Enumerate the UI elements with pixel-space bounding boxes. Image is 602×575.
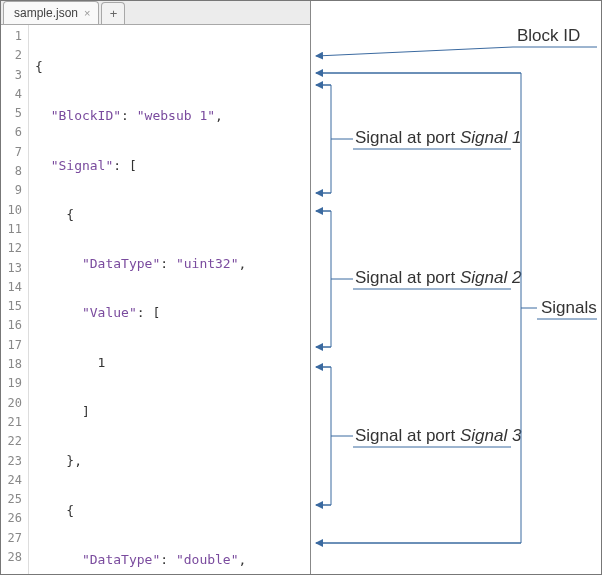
- code-line: },: [29, 451, 310, 470]
- tab-sample-json[interactable]: sample.json ×: [3, 1, 99, 24]
- code-area: 1234567891011121314151617181920212223242…: [1, 25, 310, 574]
- line-number: 19: [1, 374, 28, 393]
- line-number: 15: [1, 297, 28, 316]
- bracket-signal3: [316, 367, 331, 505]
- line-number: 25: [1, 490, 28, 509]
- tab-label: sample.json: [14, 6, 78, 20]
- line-number: 6: [1, 123, 28, 142]
- code-line: ]: [29, 402, 310, 421]
- line-number: 27: [1, 529, 28, 548]
- line-number: 17: [1, 336, 28, 355]
- code-line: "DataType": "double",: [29, 550, 310, 569]
- label-block-id: Block ID: [517, 26, 580, 45]
- code-line: {: [29, 57, 310, 76]
- tab-bar: sample.json × +: [1, 1, 310, 25]
- code-line: {: [29, 205, 310, 224]
- line-number: 24: [1, 471, 28, 490]
- line-number: 9: [1, 181, 28, 200]
- line-number: 26: [1, 509, 28, 528]
- bracket-signal2: [316, 211, 331, 347]
- new-tab-button[interactable]: +: [101, 2, 125, 24]
- line-number: 14: [1, 278, 28, 297]
- line-number: 16: [1, 316, 28, 335]
- line-number: 8: [1, 162, 28, 181]
- bracket-signal1: [316, 85, 331, 193]
- plus-icon: +: [110, 6, 118, 21]
- label-signal2: Signal at port Signal 2: [355, 268, 522, 287]
- code-editor: sample.json × + 123456789101112131415161…: [1, 1, 311, 574]
- line-number: 28: [1, 548, 28, 567]
- code-line: "Value": [: [29, 303, 310, 322]
- code-line: {: [29, 501, 310, 520]
- bracket-signals: [316, 73, 521, 543]
- line-number: 7: [1, 143, 28, 162]
- label-signal1: Signal at port Signal 1: [355, 128, 521, 147]
- line-number-gutter: 1234567891011121314151617181920212223242…: [1, 25, 29, 574]
- line-number: 12: [1, 239, 28, 258]
- code-line: "Signal": [: [29, 156, 310, 175]
- line-number: 10: [1, 201, 28, 220]
- line-number: 1: [1, 27, 28, 46]
- line-number: 3: [1, 66, 28, 85]
- label-signal3: Signal at port Signal 3: [355, 426, 522, 445]
- arrow-block-id: [316, 47, 513, 56]
- line-number: 2: [1, 46, 28, 65]
- line-number: 22: [1, 432, 28, 451]
- line-number: 18: [1, 355, 28, 374]
- code-line: "BlockID": "websub 1",: [29, 106, 310, 125]
- line-number: 20: [1, 394, 28, 413]
- line-number: 5: [1, 104, 28, 123]
- line-number: 4: [1, 85, 28, 104]
- close-icon[interactable]: ×: [84, 8, 90, 19]
- line-number: 11: [1, 220, 28, 239]
- code-content[interactable]: { "BlockID": "websub 1", "Signal": [ { "…: [29, 25, 310, 574]
- label-signals: Signals: [541, 298, 597, 317]
- line-number: 13: [1, 259, 28, 278]
- line-number: 21: [1, 413, 28, 432]
- code-line: "DataType": "uint32",: [29, 254, 310, 273]
- line-number: 23: [1, 452, 28, 471]
- code-line: 1: [29, 353, 310, 372]
